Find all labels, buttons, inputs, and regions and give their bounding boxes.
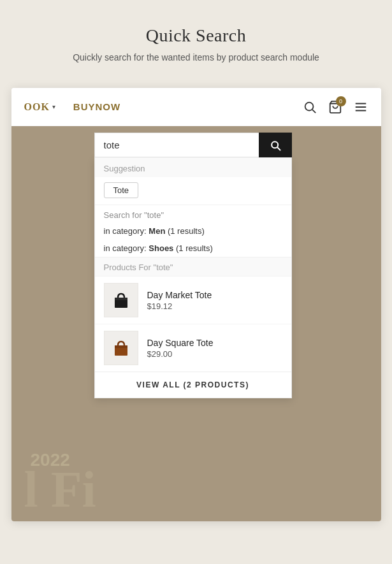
category-men-link[interactable]: in category: Men (1 results) (95, 222, 291, 240)
svg-point-0 (305, 102, 313, 110)
category-men-bold: Men (149, 226, 165, 236)
navbar-icons: 0 (302, 99, 368, 115)
product-item-2[interactable]: Day Square Tote $29.00 (95, 324, 291, 372)
suggestion-tag-tote[interactable]: Tote (104, 182, 139, 198)
navbar: OOK ▾ BUYNOW 0 (11, 88, 381, 126)
cart-icon[interactable]: 0 (328, 99, 343, 115)
chevron-down-icon: ▾ (52, 103, 55, 110)
category-shoes-bold: Shoes (149, 243, 173, 253)
product-image-day-market-tote (104, 283, 138, 317)
browser-frame: OOK ▾ BUYNOW 0 (11, 88, 381, 521)
product-image-day-square-tote (104, 331, 138, 365)
product-info-day-market-tote: Day Market Tote $19.12 (147, 290, 282, 311)
view-all-button[interactable]: VIEW ALL (2 PRODUCTS) (95, 372, 291, 398)
menu-icon[interactable] (353, 99, 368, 115)
product-item[interactable]: Day Market Tote $19.12 (95, 276, 291, 324)
product-info-day-square-tote: Day Square Tote $29.00 (147, 338, 282, 359)
navbar-brand[interactable]: OOK ▾ (24, 101, 55, 113)
suggestion-label: Suggestion (95, 157, 291, 177)
search-input-row (94, 133, 292, 157)
search-input[interactable] (94, 133, 259, 157)
page-subtitle: Quickly search for the wanted items by p… (73, 52, 319, 62)
product-name-day-market-tote: Day Market Tote (147, 290, 282, 300)
product-name-day-square-tote: Day Square Tote (147, 338, 282, 348)
search-icon[interactable] (302, 99, 317, 115)
main-content: 2022 l Fi Suggestion Tote Search for "to… (11, 126, 381, 521)
page-title: Quick Search (73, 25, 319, 46)
navbar-buynow: BUYNOW (73, 101, 302, 112)
search-dropdown: Suggestion Tote Search for "tote" in cat… (94, 157, 292, 398)
svg-line-1 (312, 110, 316, 113)
navbar-logo-text: OOK (24, 101, 50, 113)
products-section-label: Products For "tote" (95, 257, 291, 276)
cart-badge: 0 (336, 96, 346, 106)
suggestion-tags: Tote (95, 177, 291, 205)
category-shoes-link[interactable]: in category: Shoes (1 results) (95, 240, 291, 257)
search-for-label: Search for "tote" (95, 205, 291, 222)
search-button[interactable] (259, 133, 292, 157)
product-price-day-market-tote: $19.12 (147, 301, 282, 311)
svg-rect-9 (115, 345, 127, 348)
product-price-day-square-tote: $29.00 (147, 349, 282, 359)
svg-rect-7 (115, 298, 127, 300)
page-header: Quick Search Quickly search for the want… (60, 0, 332, 73)
search-container: Suggestion Tote Search for "tote" in cat… (94, 133, 292, 398)
